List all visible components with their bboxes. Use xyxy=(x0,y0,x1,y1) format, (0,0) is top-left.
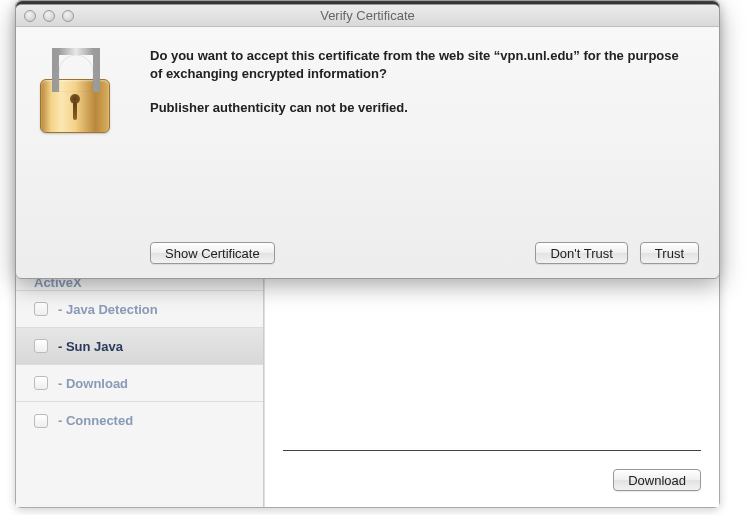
sidebar-item-java-detection[interactable]: - Java Detection xyxy=(16,291,263,328)
minimize-icon[interactable] xyxy=(43,10,55,22)
sidebar-item-activex[interactable]: ActiveX xyxy=(16,277,263,291)
sidebar-item-label: - Java Detection xyxy=(58,302,158,317)
dialog-message: Do you want to accept this certificate f… xyxy=(150,47,691,82)
dialog-body: Do you want to accept this certificate f… xyxy=(16,27,719,278)
dialog-submessage: Publisher authenticity can not be verifi… xyxy=(150,100,691,115)
dialog-message-column: Do you want to accept this certificate f… xyxy=(150,45,699,232)
dialog-top: Do you want to accept this certificate f… xyxy=(40,45,699,232)
sidebar-item-sun-java[interactable]: - Sun Java xyxy=(16,328,263,365)
dialog-icon-column xyxy=(40,45,150,232)
sidebar-item-label: - Sun Java xyxy=(58,339,123,354)
verify-certificate-dialog: Verify Certificate Do you want to accept… xyxy=(15,4,720,279)
sidebar-item-label: - Connected xyxy=(58,413,133,428)
checkbox-icon[interactable] xyxy=(34,414,48,428)
lock-icon xyxy=(40,79,115,169)
trust-button[interactable]: Trust xyxy=(640,242,699,264)
dialog-titlebar: Verify Certificate xyxy=(16,5,719,27)
dont-trust-button[interactable]: Don't Trust xyxy=(535,242,627,264)
show-certificate-button[interactable]: Show Certificate xyxy=(150,242,275,264)
sidebar-item-download[interactable]: - Download xyxy=(16,365,263,402)
app-surface: ActiveX - Java Detection - Sun Java - Do… xyxy=(0,0,749,515)
download-button-wrap: Download xyxy=(613,469,701,491)
zoom-icon[interactable] xyxy=(62,10,74,22)
dialog-button-row: Show Certificate Don't Trust Trust xyxy=(40,232,699,264)
checkbox-icon[interactable] xyxy=(34,339,48,353)
checkbox-icon[interactable] xyxy=(34,376,48,390)
dialog-title: Verify Certificate xyxy=(16,8,719,23)
sidebar-item-label: - Download xyxy=(58,376,128,391)
download-button[interactable]: Download xyxy=(613,469,701,491)
divider xyxy=(283,450,701,451)
checkbox-icon[interactable] xyxy=(34,302,48,316)
sidebar-item-connected[interactable]: - Connected xyxy=(16,402,263,439)
close-icon[interactable] xyxy=(24,10,36,22)
traffic-lights xyxy=(24,10,74,22)
